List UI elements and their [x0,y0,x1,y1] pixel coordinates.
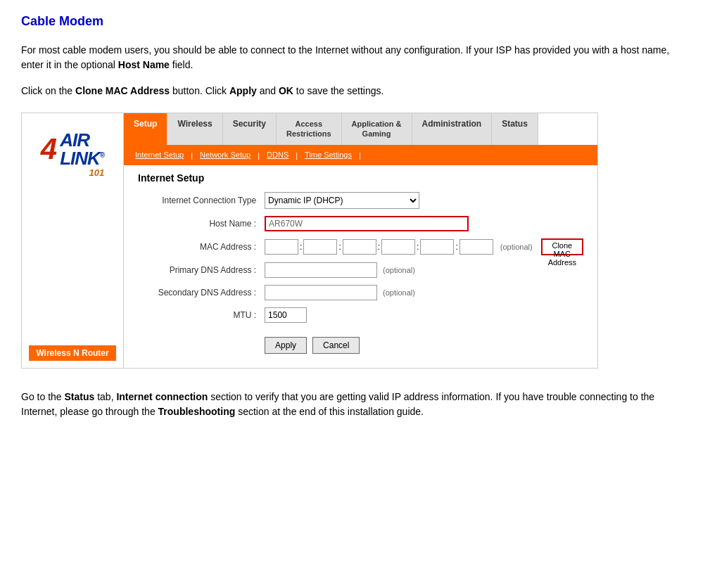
paragraph-1: For most cable modem users, you should b… [21,43,689,72]
apply-button[interactable]: Apply [265,337,307,354]
mac-address-label: MAC Address : [138,242,265,252]
top-nav: Setup Wireless Security AccessRestrictio… [124,113,597,146]
nav-tab-wireless[interactable]: Wireless [167,113,222,145]
page-title: Cable Modem [21,14,689,29]
secondary-dns-optional: (optional) [383,288,415,297]
primary-dns-input[interactable] [265,262,377,278]
mtu-row: MTU : [138,307,583,323]
mac-optional-text: (optional) [500,243,533,251]
paragraph-3: Go to the Status tab, Internet connectio… [21,390,689,419]
connection-type-label: Internet Connection Type [138,196,265,205]
wireless-n-label: Wireless N Router [29,345,116,361]
secondary-dns-input[interactable] [265,285,377,300]
primary-dns-row: Primary DNS Address : (optional) [138,262,583,278]
logo-box: 4 AIR LINK® 101 [34,120,111,181]
host-name-label: Host Name : [138,219,265,229]
nav-tab-application-gaming[interactable]: Application &Gaming [342,113,412,145]
mtu-input[interactable] [265,307,307,323]
mac-address-row: MAC Address : : : : : : (optional) Clone… [138,238,583,255]
logo-number-icon: 4 [41,134,57,164]
host-name-row: Host Name : [138,216,583,231]
nav-tab-security[interactable]: Security [223,113,277,145]
primary-dns-label: Primary DNS Address : [138,265,265,275]
connection-type-select[interactable]: Dynamic IP (DHCP) [265,192,419,209]
sub-nav: Internet Setup | Network Setup | DDNS | … [124,146,597,166]
logo-air-text: AIR [60,131,89,149]
secondary-dns-row: Secondary DNS Address : (optional) [138,285,583,300]
nav-tab-status[interactable]: Status [492,113,538,145]
mac-input-1[interactable] [265,239,298,255]
router-content: Setup Wireless Security AccessRestrictio… [124,113,597,368]
primary-dns-optional: (optional) [383,266,415,274]
nav-tab-setup[interactable]: Setup [124,113,167,145]
mac-input-3[interactable] [343,239,376,255]
clone-mac-button[interactable]: Clone MAC Address [541,238,583,255]
nav-tab-administration[interactable]: Administration [412,113,493,145]
mac-input-5[interactable] [420,239,454,255]
paragraph-2: Click on the Clone MAC Address button. C… [21,84,689,98]
section-title: Internet Setup [138,172,583,184]
sub-nav-ddns[interactable]: DDNS [261,149,294,163]
logo-brand: AIR LINK® [60,131,104,167]
mac-input-6[interactable] [459,239,493,255]
sub-nav-time-settings[interactable]: Time Settings [299,149,357,163]
nav-tab-access-restrictions[interactable]: AccessRestrictions [277,113,342,145]
form-area: Internet Setup Internet Connection Type … [124,165,597,368]
connection-type-row: Internet Connection Type Dynamic IP (DHC… [138,192,583,209]
sub-nav-network-setup[interactable]: Network Setup [194,149,256,163]
button-row: Apply Cancel [265,337,583,354]
logo-101: 101 [89,167,105,178]
sub-nav-internet-setup[interactable]: Internet Setup [129,149,189,163]
logo-link-text: LINK® [60,149,104,167]
mtu-label: MTU : [138,310,265,320]
mac-input-4[interactable] [381,239,415,255]
secondary-dns-label: Secondary DNS Address : [138,288,265,298]
host-name-input[interactable] [265,216,469,231]
mac-input-2[interactable] [303,239,337,255]
mac-inputs: : : : : : (optional) Clone MAC Address [265,238,583,255]
cancel-button[interactable]: Cancel [312,337,360,354]
router-screenshot: 4 AIR LINK® 101 Wireless N Router Setup … [21,113,598,369]
logo-panel: 4 AIR LINK® 101 Wireless N Router [22,113,124,368]
